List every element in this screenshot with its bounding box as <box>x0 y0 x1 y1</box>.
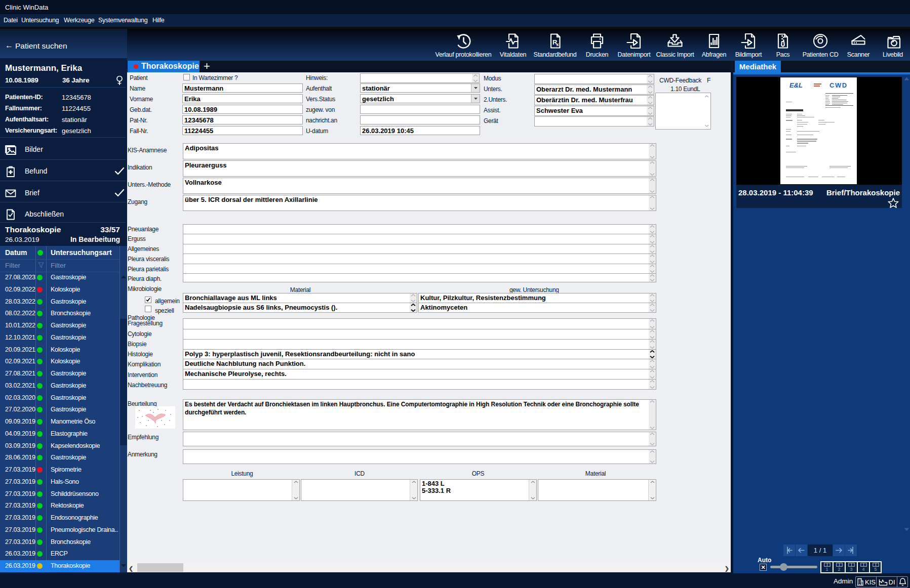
svg-text:x: x <box>557 42 559 47</box>
